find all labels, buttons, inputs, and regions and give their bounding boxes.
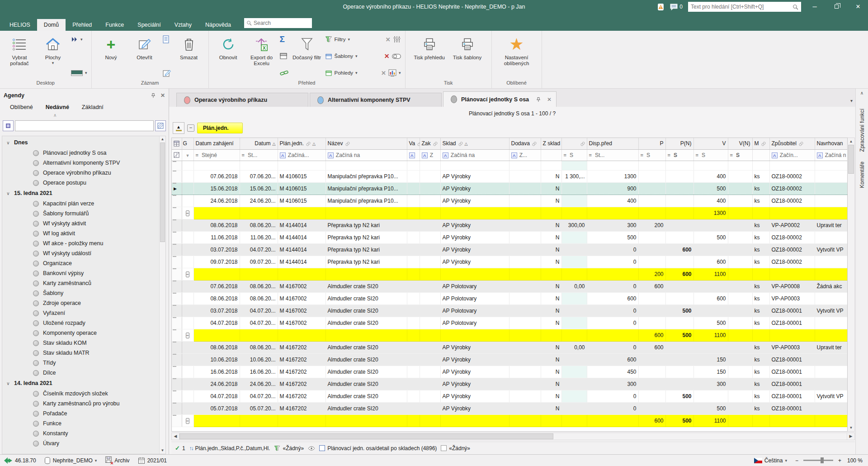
cell-dod[interactable] [509, 378, 541, 390]
cell-qty[interactable] [561, 256, 587, 268]
cell-pj[interactable]: M 4144014 [278, 219, 326, 231]
cell-va[interactable] [407, 402, 420, 414]
cell-zak[interactable] [420, 170, 440, 182]
edit-record-small-button[interactable] [163, 68, 171, 77]
cell-naz[interactable]: Almdudler crate SI20 [326, 304, 407, 317]
cell-zak[interactable] [420, 207, 440, 219]
cell-v[interactable] [693, 341, 728, 353]
cell-zak[interactable] [420, 353, 440, 366]
cell-g[interactable] [182, 341, 193, 353]
horizontal-scrollbar[interactable]: ◀ ▶ [171, 433, 855, 440]
cell-qty[interactable] [561, 414, 587, 427]
cell-dz[interactable] [193, 414, 240, 427]
cell-handle[interactable] [172, 195, 182, 207]
column-header-p[interactable]: P [638, 138, 665, 149]
grid-row[interactable]: 03.07.201804.07.20...M 4167002Almdudler … [172, 304, 847, 317]
tree-item[interactable]: Alternativní komponenty STPV [2, 158, 165, 168]
favorites-settings-button[interactable]: ★ Nastavení oblíbených [498, 33, 536, 79]
cell-g[interactable] [182, 231, 193, 243]
grid-row[interactable]: 03.07.201804.07.20...M 4144014Přepravka … [172, 243, 847, 256]
cell-vn[interactable] [728, 170, 752, 182]
cell-sklad[interactable]: AP Výrobky [440, 256, 509, 268]
clear-view-icon[interactable]: ✕ [381, 70, 386, 76]
cell-p[interactable]: 200 [638, 268, 665, 280]
cell-sklad[interactable]: AP Výrobky [440, 366, 509, 378]
cell-handle[interactable] [172, 414, 182, 427]
column-header-dod[interactable]: Dodava [509, 138, 541, 149]
cell-dz[interactable]: 16.06.2018 [193, 366, 240, 378]
cell-dod[interactable] [509, 292, 541, 304]
cell-vn[interactable] [728, 341, 752, 353]
global-search-input[interactable] [691, 4, 793, 10]
cell-d2[interactable]: 24.06.20... [240, 195, 278, 207]
search-icon[interactable] [793, 4, 798, 10]
cell-pj[interactable]: M 4144014 [278, 256, 326, 268]
tree-item[interactable]: Stav skladu MATR [2, 348, 165, 358]
cell-zak[interactable] [420, 341, 440, 353]
clear-template-icon[interactable]: ✕ [384, 52, 390, 60]
cell-zpu[interactable]: OZ18-00002 [769, 170, 815, 182]
sort-settings[interactable]: ↑↓Plán.jedn.,Sklad,P.č.,Datum,Hl. [189, 445, 270, 452]
cell-va[interactable] [407, 256, 420, 268]
cell-qty[interactable] [561, 195, 587, 207]
print-template-button[interactable]: Tisk šablony [451, 33, 484, 79]
cell-zak[interactable] [420, 378, 440, 390]
cell-dod[interactable] [509, 366, 541, 378]
cell-sklad[interactable]: AP Výrobky [440, 170, 509, 182]
ribbon-search-box[interactable] [244, 18, 312, 28]
grid-row[interactable]: 24.06.201824.06.20...M 4167202Almdudler … [172, 378, 847, 390]
cell-mj[interactable]: ks [752, 292, 769, 304]
sort-asc-icon[interactable]: △ [312, 142, 316, 146]
restore-button[interactable] [828, 0, 844, 14]
cell-zpu[interactable]: OZ18-00001 [769, 390, 815, 402]
cell-pn[interactable]: 600 [665, 243, 693, 256]
cell-g[interactable] [182, 304, 193, 317]
cell-dz[interactable] [193, 161, 240, 170]
cell-va[interactable] [407, 161, 420, 170]
cell-pj[interactable]: M 4144014 [278, 231, 326, 243]
cell-qty[interactable] [561, 231, 587, 243]
cell-g[interactable]: − [182, 414, 193, 427]
cell-d2[interactable]: 24.06.20... [240, 378, 278, 390]
cell-naz[interactable] [326, 207, 407, 219]
cell-mj[interactable]: ks [752, 280, 769, 292]
cell-dod[interactable] [509, 268, 541, 280]
cell-dz[interactable] [193, 207, 240, 219]
cell-dod[interactable] [509, 256, 541, 268]
filters-dropdown[interactable]: Filtry▾ [325, 36, 350, 43]
column-header-zak[interactable]: Zak [420, 138, 440, 149]
tree-item[interactable]: Kapacitní plán verze [2, 199, 165, 209]
cell-dod[interactable] [509, 414, 541, 427]
tree-item[interactable]: Operace postupu [2, 178, 165, 188]
cell-zak[interactable] [420, 195, 440, 207]
scroll-right-icon[interactable]: ▶ [847, 433, 854, 440]
select-all-icon[interactable] [174, 141, 179, 147]
cell-zs[interactable]: N [541, 231, 561, 243]
tree-item[interactable]: Útvary [2, 438, 165, 448]
cell-handle[interactable]: ▶ [172, 182, 182, 195]
tab-list-dropdown-icon[interactable]: ▾ [850, 98, 853, 103]
language-selector[interactable]: Čeština▾ [754, 457, 787, 464]
menu-tab-6[interactable]: Nápověda [198, 19, 238, 31]
cell-zak[interactable] [420, 304, 440, 317]
filter-cell-mj[interactable] [752, 149, 769, 161]
cell-zs[interactable]: N [541, 317, 561, 329]
cell-v[interactable]: 500 [693, 317, 728, 329]
grid-row[interactable]: 04.07.201804.07.20...M 4167002Almdudler … [172, 317, 847, 329]
temp-filter-button[interactable]: Dočasný filtr [291, 33, 323, 79]
cell-p[interactable] [638, 170, 665, 182]
cell-sklad[interactable]: AP Výrobky [440, 231, 509, 243]
chat-indicator[interactable]: 0 [670, 4, 683, 10]
grid-row[interactable]: 08.06.201808.06.20...M 4167202Almdudler … [172, 341, 847, 353]
filter-cell-zak[interactable]: AZ [420, 149, 440, 161]
column-header-disp[interactable]: Disp.před [587, 138, 638, 149]
cell-mj[interactable] [752, 414, 769, 427]
cell-disp[interactable]: 0 [587, 304, 638, 317]
cell-va[interactable] [407, 353, 420, 366]
cell-d2[interactable] [240, 207, 278, 219]
column-header-d2[interactable]: Datum△ [240, 138, 278, 149]
tree-item[interactable]: Šablony [2, 288, 165, 298]
cell-v[interactable]: 500 [693, 402, 728, 414]
column-header-pn[interactable]: P(N) [665, 138, 693, 149]
grid-row[interactable]: ▶15.06.201815.06.20...M 4106015Manipulač… [172, 182, 847, 195]
